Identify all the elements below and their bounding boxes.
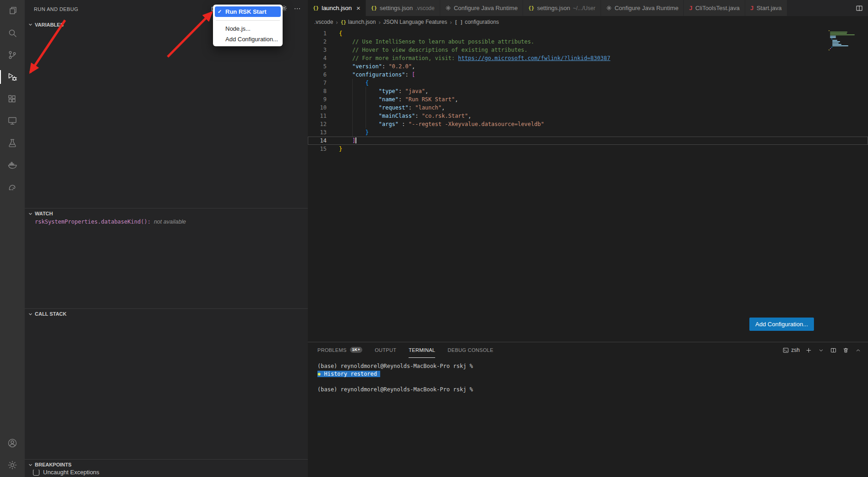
tab-settings-json[interactable]: {}settings.json.vscode bbox=[366, 0, 440, 16]
line-number[interactable]: 3 bbox=[308, 46, 327, 54]
section-header-call-stack[interactable]: CALL STACK bbox=[25, 308, 308, 319]
terminal-content[interactable]: (base) reynoldmorel@Reynolds-MacBook-Pro… bbox=[308, 358, 868, 394]
activity-item-search[interactable] bbox=[0, 22, 25, 44]
code-line[interactable]: 2 // Use IntelliSense to learn about pos… bbox=[308, 38, 868, 46]
panel-tab-output[interactable]: OUTPUT bbox=[375, 342, 396, 358]
panel-tab-problems[interactable]: PROBLEMS1K+ bbox=[317, 342, 362, 358]
line-content: "mainClass": "co.rsk.Start", bbox=[327, 112, 471, 120]
activity-item-manage[interactable] bbox=[0, 454, 25, 476]
line-number[interactable]: 14 bbox=[308, 137, 327, 145]
gradle-icon bbox=[7, 181, 18, 192]
tab-configure-java-runtime[interactable]: Configure Java Runtime bbox=[440, 0, 523, 16]
line-number[interactable]: 13 bbox=[308, 128, 327, 137]
new-terminal-button[interactable] bbox=[805, 347, 812, 354]
line-number[interactable]: 15 bbox=[308, 145, 327, 153]
line-number[interactable]: 10 bbox=[308, 104, 327, 112]
runtime-file-icon bbox=[606, 5, 612, 11]
section-header-breakpoints[interactable]: BREAKPOINTS bbox=[25, 459, 308, 470]
menu-item-add-configuration[interactable]: Add Configuration... bbox=[215, 34, 281, 44]
editor: 1{2 // Use IntelliSense to learn about p… bbox=[308, 28, 868, 342]
code-line[interactable]: 10 "request": "launch", bbox=[308, 104, 868, 112]
activity-item-gradle[interactable] bbox=[0, 176, 25, 198]
maximize-panel-button[interactable] bbox=[855, 347, 862, 354]
activity-item-accounts[interactable] bbox=[0, 432, 25, 454]
chevron-up-icon bbox=[855, 347, 862, 354]
tab-settings-json[interactable]: {}settings.json~/.../User bbox=[523, 0, 601, 16]
line-number[interactable]: 1 bbox=[308, 29, 327, 38]
launch-profile-dropdown[interactable] bbox=[818, 347, 824, 354]
code-line[interactable]: 13 } bbox=[308, 128, 868, 137]
activity-item-explorer[interactable] bbox=[0, 0, 25, 22]
terminal-line[interactable]: (base) reynoldmorel@Reynolds-MacBook-Pro… bbox=[317, 362, 868, 370]
minimap-line bbox=[829, 49, 830, 50]
breadcrumb-json-language-features[interactable]: JSON Language Features bbox=[383, 19, 447, 25]
tab-launch-json[interactable]: {}launch.json× bbox=[308, 0, 366, 16]
line-number[interactable]: 6 bbox=[308, 71, 327, 79]
code-line[interactable]: 5 "version": "0.2.0", bbox=[308, 62, 868, 71]
add-configuration-button[interactable]: Add Configuration... bbox=[749, 318, 814, 331]
gear-icon bbox=[445, 5, 451, 11]
code-line[interactable]: 15} bbox=[308, 145, 868, 153]
line-content: } bbox=[327, 145, 342, 153]
kill-terminal-button[interactable] bbox=[842, 347, 849, 354]
code-line[interactable]: 8 "type": "java", bbox=[308, 87, 868, 95]
panel-tab-debug-console[interactable]: DEBUG CONSOLE bbox=[448, 342, 493, 358]
code-line[interactable]: 11 "mainClass": "co.rsk.Start", bbox=[308, 112, 868, 120]
line-number[interactable]: 12 bbox=[308, 120, 327, 128]
code-line[interactable]: 14 ] bbox=[308, 137, 868, 145]
code-line[interactable]: 12 "args" : "--regtest -Xkeyvalue.dataso… bbox=[308, 120, 868, 128]
activity-item-docker[interactable] bbox=[0, 154, 25, 176]
breadcrumb-configurations[interactable]: [ ]configurations bbox=[455, 19, 499, 25]
activity-item-testing[interactable] bbox=[0, 132, 25, 154]
line-number[interactable]: 4 bbox=[308, 54, 327, 62]
line-number[interactable]: 8 bbox=[308, 87, 327, 95]
menu-item-node-js[interactable]: Node.js... bbox=[215, 23, 281, 34]
tab-configure-java-runtime[interactable]: Configure Java Runtime bbox=[601, 0, 684, 16]
terminal-line[interactable]: (base) reynoldmorel@Reynolds-MacBook-Pro… bbox=[317, 386, 868, 394]
code-line[interactable]: 4 // For more information, visit: https:… bbox=[308, 54, 868, 62]
section-header-watch[interactable]: WATCH bbox=[25, 208, 308, 219]
minimap-line bbox=[831, 47, 832, 48]
chevron-right-icon: › bbox=[378, 19, 380, 26]
activity-item-run-and-debug[interactable] bbox=[0, 66, 25, 88]
activity-item-remote-explorer[interactable] bbox=[0, 110, 25, 132]
section-label: VARIABLES bbox=[35, 22, 64, 27]
activity-item-extensions[interactable] bbox=[0, 88, 25, 110]
terminal-line[interactable]: ✱ History restored bbox=[317, 370, 868, 378]
line-content: "version": "0.2.0", bbox=[327, 62, 415, 71]
minimap-line bbox=[830, 37, 836, 38]
code-line[interactable]: 9 "name": "Run RSK Start", bbox=[308, 95, 868, 104]
json-icon: {} bbox=[341, 20, 346, 25]
testing-icon bbox=[7, 137, 18, 148]
line-number[interactable]: 2 bbox=[308, 38, 327, 46]
breadcrumb-vscode[interactable]: .vscode bbox=[314, 19, 333, 25]
problems-count-badge: 1K+ bbox=[350, 347, 363, 353]
activity-item-source-control[interactable] bbox=[0, 44, 25, 66]
code-line[interactable]: 1{ bbox=[308, 29, 868, 38]
tab-start-java[interactable]: JStart.java bbox=[745, 0, 787, 16]
line-number[interactable]: 5 bbox=[308, 62, 327, 71]
breadcrumb-launch-json[interactable]: {}launch.json bbox=[341, 19, 376, 25]
minimap-line bbox=[830, 36, 836, 37]
code-line[interactable]: 6 "configurations": [ bbox=[308, 71, 868, 79]
menu-item-run-rsk-start[interactable]: ✓Run RSK Start bbox=[215, 6, 281, 17]
line-number[interactable]: 9 bbox=[308, 95, 327, 104]
split-editor-button[interactable] bbox=[855, 4, 863, 12]
terminal-profile[interactable]: zsh bbox=[782, 347, 800, 354]
breakpoint-row[interactable]: Uncaught Exceptions bbox=[33, 469, 99, 476]
code-line[interactable]: 7 { bbox=[308, 79, 868, 87]
code-line[interactable]: 3 // Hover to view descriptions of exist… bbox=[308, 46, 868, 54]
panel-tab-terminal[interactable]: TERMINAL bbox=[409, 342, 435, 358]
terminal-line[interactable] bbox=[317, 378, 868, 386]
code-area[interactable]: 1{2 // Use IntelliSense to learn about p… bbox=[308, 28, 868, 342]
close-icon[interactable]: × bbox=[356, 5, 360, 11]
line-number[interactable]: 11 bbox=[308, 112, 327, 120]
watch-expression-row[interactable]: rskSystemProperties.databaseKind():not a… bbox=[35, 219, 186, 225]
more-actions-button[interactable] bbox=[293, 5, 301, 15]
split-terminal-button[interactable] bbox=[830, 347, 837, 354]
tab-bar: {}launch.json×{}settings.json.vscodeConf… bbox=[308, 0, 868, 16]
line-number[interactable]: 7 bbox=[308, 79, 327, 87]
breakpoint-checkbox[interactable] bbox=[33, 469, 39, 476]
tab-clitoolstest-java[interactable]: JCliToolsTest.java bbox=[684, 0, 745, 16]
minimap[interactable] bbox=[829, 30, 861, 51]
